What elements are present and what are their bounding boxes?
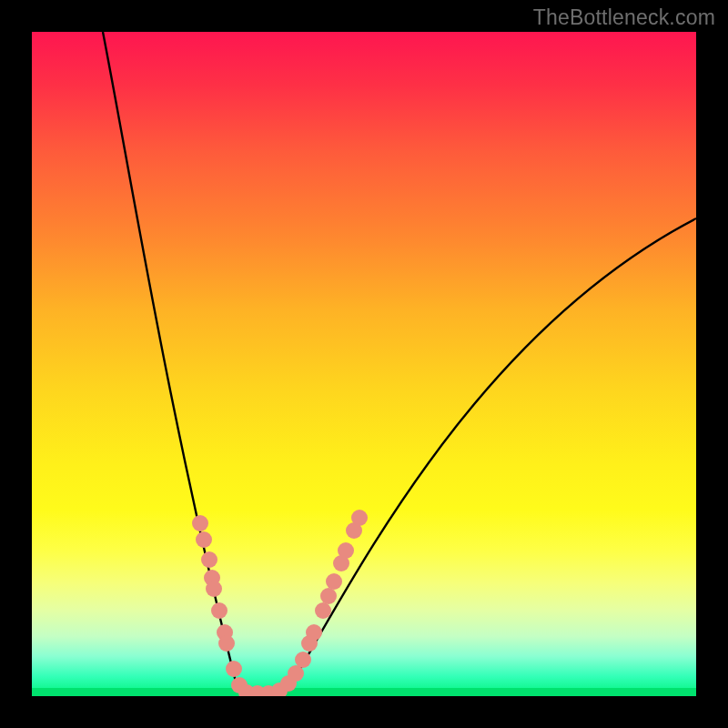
marker-dot — [320, 588, 337, 604]
marker-dot — [326, 573, 342, 590]
chart-root: TheBottleneck.com — [0, 0, 728, 728]
marker-layer — [32, 32, 696, 696]
marker-dot — [295, 652, 311, 668]
markers-left-group — [192, 515, 248, 693]
marker-dot — [206, 581, 222, 597]
marker-dot — [196, 531, 212, 548]
marker-dot — [315, 602, 331, 619]
marker-dot — [211, 602, 228, 619]
marker-dot — [338, 542, 354, 559]
watermark-text: TheBottleneck.com — [533, 5, 715, 30]
marker-dot — [218, 635, 235, 652]
marker-dot — [351, 510, 368, 526]
markers-right-group — [288, 510, 368, 682]
marker-dot — [306, 624, 322, 641]
marker-dot — [226, 661, 242, 677]
marker-dot — [192, 515, 208, 531]
markers-valley-group — [238, 675, 297, 696]
plot-area — [32, 32, 696, 696]
marker-dot — [201, 551, 217, 568]
